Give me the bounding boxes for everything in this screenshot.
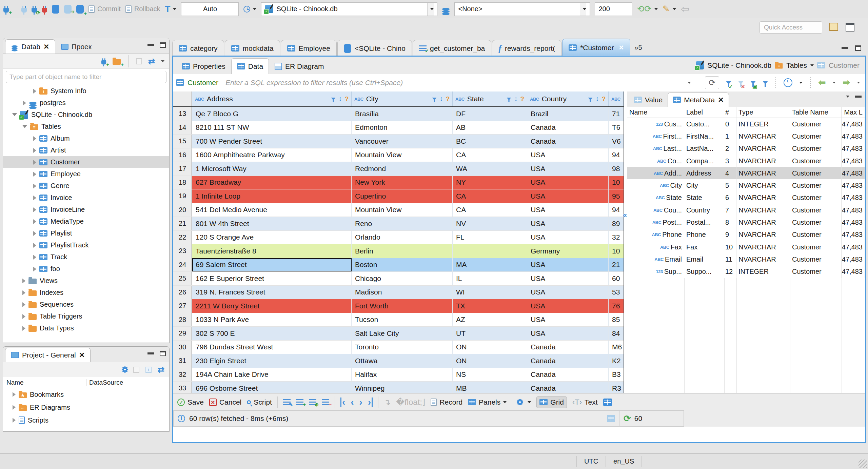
column-header-address[interactable]: ABCAddress ↕? <box>192 91 352 106</box>
cell-city[interactable]: Berlin <box>352 244 453 258</box>
cell-state[interactable]: TX <box>453 299 527 313</box>
maximize-icon[interactable] <box>160 351 166 356</box>
expander-closed-icon[interactable] <box>33 160 36 165</box>
tree-item-data-types[interactable]: Data Types <box>3 322 169 334</box>
cell-address[interactable]: Qe 7 Bloco G <box>192 107 352 121</box>
sort-icon[interactable]: ↕ <box>339 95 342 103</box>
dropdown-arrow-icon[interactable] <box>810 64 814 66</box>
editor-tab-employee[interactable]: Employee <box>281 40 337 56</box>
cell-country[interactable]: USA <box>527 313 609 327</box>
cell-extra[interactable]: 94 <box>609 148 624 162</box>
cell-country[interactable]: USA <box>527 258 609 272</box>
breadcrumb-connection[interactable]: SQLite - Chinook.db <box>707 61 771 69</box>
row-number[interactable]: 32 <box>173 368 192 382</box>
cell-city[interactable]: Ottawa <box>352 354 453 368</box>
cell-address[interactable]: 696 Osborne Street <box>192 382 352 393</box>
tab-metadata[interactable]: MetaData ✕ <box>668 93 729 107</box>
minimize-icon[interactable] <box>147 44 154 46</box>
column-header-extra[interactable]: ABC <box>609 91 624 106</box>
metadata-row-firstna[interactable]: ABCFirst...FirstNa...1NVARCHARCustomer2,… <box>627 130 865 142</box>
connection-combo-arrow[interactable] <box>427 3 434 16</box>
cell-country[interactable]: USA <box>527 299 609 313</box>
cell-city[interactable]: Mountain View <box>352 203 453 217</box>
tab-value[interactable]: Value <box>629 93 668 107</box>
filter-icon[interactable] <box>432 98 436 100</box>
cell-state[interactable]: WA <box>453 162 527 176</box>
tree-item-table-triggers[interactable]: Table Triggers <box>3 310 169 322</box>
cell-extra[interactable]: 95 <box>609 189 624 203</box>
view-menu-icon[interactable] <box>846 96 849 98</box>
cell-address[interactable]: 162 E Superior Street <box>192 272 352 285</box>
column-name[interactable]: Name <box>3 379 86 386</box>
tab-overflow-chevron[interactable]: »5 <box>634 44 642 52</box>
cell-country[interactable]: Canada <box>527 135 609 148</box>
cell-extra[interactable]: 89 <box>609 217 624 230</box>
cell-country[interactable]: Brazil <box>527 107 609 121</box>
tree-item-album[interactable]: Album <box>3 132 169 144</box>
expander-closed-icon[interactable] <box>33 231 36 236</box>
row-number[interactable]: 31 <box>173 354 192 368</box>
cell-extra[interactable]: 32 <box>609 231 624 244</box>
cell-extra[interactable]: 53 <box>609 286 624 299</box>
calc-panel-icon[interactable] <box>603 399 612 406</box>
cell-city[interactable]: Cupertino <box>352 189 453 203</box>
sort-icon[interactable]: ↕ <box>440 95 443 103</box>
custom-filter-icon[interactable] <box>763 81 768 84</box>
connection-combo[interactable]: SQLite - Chinook.db <box>261 2 437 16</box>
tree-item-foo[interactable]: foo <box>3 263 169 275</box>
cell-city[interactable]: Fort Worth <box>352 299 453 313</box>
cell-city[interactable]: Edmonton <box>352 121 453 135</box>
row-number[interactable]: 18 <box>173 176 192 189</box>
cell-city[interactable]: Orlando <box>352 231 453 244</box>
duplicate-row-icon[interactable]: ⊕ <box>309 399 316 405</box>
close-icon[interactable]: ✕ <box>79 351 85 359</box>
text-view-button[interactable]: ‹T›Text <box>572 398 598 407</box>
row-number[interactable]: 13 <box>173 107 192 121</box>
cell-city[interactable]: Madison <box>352 286 453 299</box>
cell-state[interactable]: MA <box>453 258 527 272</box>
cell-city[interactable]: Reno <box>352 217 453 230</box>
new-sql-editor-icon[interactable]: + <box>76 5 84 14</box>
sql-editor-icon[interactable] <box>52 5 59 14</box>
metadata-row-postal[interactable]: ABCPost...Postal...8NVARCHARCustomer2,14… <box>627 216 865 228</box>
cell-city[interactable]: Winnipeg <box>352 382 453 393</box>
metadata-row-compa[interactable]: ABCCo...Compa...3NVARCHARCustomer2,147,4… <box>627 155 865 167</box>
txn-mode-combo[interactable]: Auto <box>181 2 239 16</box>
close-icon[interactable]: ✕ <box>618 44 624 52</box>
column-header-country[interactable]: ABCCountry ↕? <box>527 91 609 106</box>
cell-city[interactable]: New York <box>352 176 453 189</box>
save-filter-icon[interactable]: ▣ <box>750 81 756 84</box>
cell-state[interactable]: NS <box>453 368 527 382</box>
cell-address[interactable]: 69 Salem Street <box>192 258 352 272</box>
row-number[interactable]: 20 <box>173 203 192 217</box>
cell-extra[interactable]: 76 <box>609 299 624 313</box>
filter-icon[interactable] <box>507 98 511 100</box>
expander-closed-icon[interactable] <box>33 207 36 212</box>
expander-closed-icon[interactable] <box>33 255 36 260</box>
project-item-scripts[interactable]: Scripts <box>3 414 169 427</box>
cell-state[interactable]: CA <box>453 148 527 162</box>
cell-state[interactable]: CA <box>453 203 527 217</box>
view-menu-icon[interactable] <box>161 60 164 62</box>
compare-menu[interactable]: ✎ <box>663 4 676 14</box>
tree-item-customer[interactable]: Customer <box>3 156 169 168</box>
tree-item-views[interactable]: Views <box>3 275 169 287</box>
cell-country[interactable]: USA <box>527 162 609 176</box>
cell-extra[interactable]: 21 <box>609 258 624 272</box>
new-folder-icon[interactable]: + <box>113 59 121 65</box>
row-number[interactable]: 15 <box>173 135 192 148</box>
cell-city[interactable]: Redmond <box>352 162 453 176</box>
row-number[interactable]: 21 <box>173 217 192 230</box>
panels-button[interactable]: Panels <box>468 398 507 406</box>
cell-address[interactable]: 1 Infinite Loop <box>192 189 352 203</box>
tree-item-artist[interactable]: Artist <box>3 144 169 156</box>
expander-closed-icon[interactable] <box>33 136 36 141</box>
column-header-city[interactable]: ABCCity ↕? <box>352 91 453 106</box>
last-row-icon[interactable]: › <box>368 397 373 407</box>
cell-state[interactable]: DF <box>453 107 527 121</box>
auto-refresh-status[interactable]: ⟳ 60 <box>619 410 684 427</box>
tab-er-diagram[interactable]: ER Diagram <box>269 58 330 74</box>
row-number[interactable]: 30 <box>173 341 192 354</box>
metadata-row-phone[interactable]: ABCPhonePhone9NVARCHARCustomer2,147,483 <box>627 229 865 241</box>
cell-extra[interactable]: 10 <box>609 176 624 189</box>
